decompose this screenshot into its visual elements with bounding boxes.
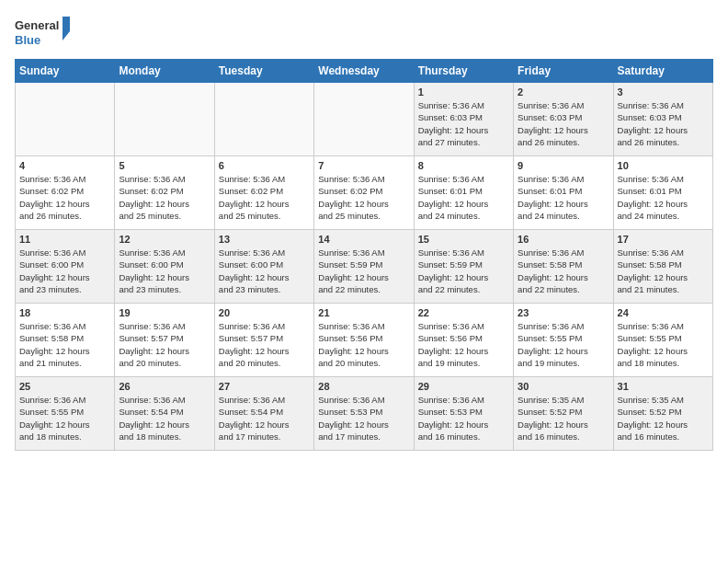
- day-number: 15: [418, 234, 509, 245]
- day-number: 12: [119, 234, 210, 245]
- day-number: 17: [618, 234, 709, 245]
- day-info: Sunrise: 5:36 AM Sunset: 6:00 PM Dayligh…: [119, 247, 210, 295]
- week-row-1: 1Sunrise: 5:36 AM Sunset: 6:03 PM Daylig…: [16, 83, 713, 156]
- day-info: Sunrise: 5:35 AM Sunset: 5:52 PM Dayligh…: [618, 394, 709, 442]
- day-info: Sunrise: 5:36 AM Sunset: 5:58 PM Dayligh…: [518, 247, 609, 295]
- day-header-monday: Monday: [115, 60, 214, 83]
- calendar-cell: 1Sunrise: 5:36 AM Sunset: 6:03 PM Daylig…: [414, 83, 513, 156]
- day-number: 27: [219, 381, 310, 392]
- day-number: 9: [518, 160, 609, 171]
- header-row: SundayMondayTuesdayWednesdayThursdayFrid…: [16, 60, 713, 83]
- day-header-friday: Friday: [514, 60, 613, 83]
- calendar-cell: 9Sunrise: 5:36 AM Sunset: 6:01 PM Daylig…: [514, 156, 613, 230]
- day-info: Sunrise: 5:36 AM Sunset: 5:55 PM Dayligh…: [618, 320, 709, 369]
- day-info: Sunrise: 5:36 AM Sunset: 5:58 PM Dayligh…: [618, 247, 709, 295]
- calendar-cell: [16, 83, 115, 156]
- day-header-saturday: Saturday: [613, 60, 712, 83]
- week-row-3: 11Sunrise: 5:36 AM Sunset: 6:00 PM Dayli…: [16, 230, 713, 304]
- day-header-wednesday: Wednesday: [314, 60, 414, 83]
- day-info: Sunrise: 5:35 AM Sunset: 5:52 PM Dayligh…: [518, 394, 609, 442]
- day-info: Sunrise: 5:36 AM Sunset: 5:56 PM Dayligh…: [418, 320, 509, 369]
- svg-marker-2: [63, 17, 70, 31]
- day-info: Sunrise: 5:36 AM Sunset: 5:57 PM Dayligh…: [219, 320, 310, 369]
- day-number: 25: [19, 381, 110, 392]
- day-info: Sunrise: 5:36 AM Sunset: 6:01 PM Dayligh…: [518, 173, 609, 222]
- calendar-cell: 31Sunrise: 5:35 AM Sunset: 5:52 PM Dayli…: [613, 377, 712, 451]
- calendar-cell: 30Sunrise: 5:35 AM Sunset: 5:52 PM Dayli…: [514, 377, 613, 451]
- day-info: Sunrise: 5:36 AM Sunset: 6:03 PM Dayligh…: [618, 99, 709, 148]
- svg-text:Blue: Blue: [15, 33, 40, 47]
- day-number: 4: [19, 160, 110, 171]
- day-info: Sunrise: 5:36 AM Sunset: 6:03 PM Dayligh…: [418, 99, 509, 148]
- calendar-cell: 15Sunrise: 5:36 AM Sunset: 5:59 PM Dayli…: [414, 230, 513, 304]
- day-info: Sunrise: 5:36 AM Sunset: 5:58 PM Dayligh…: [19, 320, 110, 369]
- calendar-cell: 20Sunrise: 5:36 AM Sunset: 5:57 PM Dayli…: [214, 304, 313, 377]
- calendar-cell: 23Sunrise: 5:36 AM Sunset: 5:55 PM Dayli…: [514, 304, 613, 377]
- day-info: Sunrise: 5:36 AM Sunset: 6:01 PM Dayligh…: [618, 173, 709, 222]
- day-number: 21: [318, 307, 409, 318]
- day-number: 5: [119, 160, 210, 171]
- day-number: 14: [318, 234, 409, 245]
- svg-text:General: General: [15, 18, 59, 32]
- day-number: 24: [618, 307, 709, 318]
- calendar-cell: 28Sunrise: 5:36 AM Sunset: 5:53 PM Dayli…: [314, 377, 414, 451]
- calendar-cell: 8Sunrise: 5:36 AM Sunset: 6:01 PM Daylig…: [414, 156, 513, 230]
- day-number: 10: [618, 160, 709, 171]
- day-info: Sunrise: 5:36 AM Sunset: 6:02 PM Dayligh…: [119, 173, 210, 222]
- day-number: 16: [518, 234, 609, 245]
- calendar-cell: 22Sunrise: 5:36 AM Sunset: 5:56 PM Dayli…: [414, 304, 513, 377]
- day-info: Sunrise: 5:36 AM Sunset: 6:00 PM Dayligh…: [219, 247, 310, 295]
- day-number: 11: [19, 234, 110, 245]
- calendar-cell: 14Sunrise: 5:36 AM Sunset: 5:59 PM Dayli…: [314, 230, 414, 304]
- calendar-cell: [115, 83, 214, 156]
- day-number: 13: [219, 234, 310, 245]
- day-number: 8: [418, 160, 509, 171]
- calendar-cell: 7Sunrise: 5:36 AM Sunset: 6:02 PM Daylig…: [314, 156, 414, 230]
- day-number: 23: [518, 307, 609, 318]
- calendar-table: SundayMondayTuesdayWednesdayThursdayFrid…: [15, 59, 713, 451]
- day-info: Sunrise: 5:36 AM Sunset: 5:54 PM Dayligh…: [119, 394, 210, 442]
- logo-svg: General Blue: [15, 15, 70, 52]
- day-number: 26: [119, 381, 210, 392]
- day-info: Sunrise: 5:36 AM Sunset: 5:59 PM Dayligh…: [318, 247, 409, 295]
- calendar-cell: 26Sunrise: 5:36 AM Sunset: 5:54 PM Dayli…: [115, 377, 214, 451]
- calendar-cell: 16Sunrise: 5:36 AM Sunset: 5:58 PM Dayli…: [514, 230, 613, 304]
- day-number: 6: [219, 160, 310, 171]
- day-number: 28: [318, 381, 409, 392]
- day-info: Sunrise: 5:36 AM Sunset: 5:55 PM Dayligh…: [19, 394, 110, 442]
- day-info: Sunrise: 5:36 AM Sunset: 6:02 PM Dayligh…: [19, 173, 110, 222]
- calendar-cell: 10Sunrise: 5:36 AM Sunset: 6:01 PM Dayli…: [613, 156, 712, 230]
- calendar-cell: 18Sunrise: 5:36 AM Sunset: 5:58 PM Dayli…: [16, 304, 115, 377]
- day-info: Sunrise: 5:36 AM Sunset: 6:02 PM Dayligh…: [318, 173, 409, 222]
- day-number: 22: [418, 307, 509, 318]
- calendar-header: SundayMondayTuesdayWednesdayThursdayFrid…: [16, 60, 713, 83]
- day-number: 29: [418, 381, 509, 392]
- calendar-cell: 19Sunrise: 5:36 AM Sunset: 5:57 PM Dayli…: [115, 304, 214, 377]
- calendar-cell: 5Sunrise: 5:36 AM Sunset: 6:02 PM Daylig…: [115, 156, 214, 230]
- calendar-body: 1Sunrise: 5:36 AM Sunset: 6:03 PM Daylig…: [16, 83, 713, 451]
- day-info: Sunrise: 5:36 AM Sunset: 5:53 PM Dayligh…: [318, 394, 409, 442]
- day-number: 18: [19, 307, 110, 318]
- calendar-cell: 21Sunrise: 5:36 AM Sunset: 5:56 PM Dayli…: [314, 304, 414, 377]
- day-info: Sunrise: 5:36 AM Sunset: 6:02 PM Dayligh…: [219, 173, 310, 222]
- logo: General Blue: [15, 15, 70, 52]
- calendar-cell: 4Sunrise: 5:36 AM Sunset: 6:02 PM Daylig…: [16, 156, 115, 230]
- day-number: 2: [518, 86, 609, 98]
- calendar-cell: 2Sunrise: 5:36 AM Sunset: 6:03 PM Daylig…: [514, 83, 613, 156]
- day-info: Sunrise: 5:36 AM Sunset: 5:59 PM Dayligh…: [418, 247, 509, 295]
- calendar-cell: [314, 83, 414, 156]
- day-info: Sunrise: 5:36 AM Sunset: 5:54 PM Dayligh…: [219, 394, 310, 442]
- day-info: Sunrise: 5:36 AM Sunset: 6:03 PM Dayligh…: [518, 99, 609, 148]
- day-info: Sunrise: 5:36 AM Sunset: 5:55 PM Dayligh…: [518, 320, 609, 369]
- day-number: 31: [618, 381, 709, 392]
- day-header-tuesday: Tuesday: [214, 60, 313, 83]
- calendar-cell: 6Sunrise: 5:36 AM Sunset: 6:02 PM Daylig…: [214, 156, 313, 230]
- calendar-cell: 27Sunrise: 5:36 AM Sunset: 5:54 PM Dayli…: [214, 377, 313, 451]
- day-info: Sunrise: 5:36 AM Sunset: 6:00 PM Dayligh…: [19, 247, 110, 295]
- calendar-cell: [214, 83, 313, 156]
- day-header-sunday: Sunday: [16, 60, 115, 83]
- day-number: 19: [119, 307, 210, 318]
- week-row-5: 25Sunrise: 5:36 AM Sunset: 5:55 PM Dayli…: [16, 377, 713, 451]
- day-number: 1: [418, 86, 509, 98]
- day-number: 30: [518, 381, 609, 392]
